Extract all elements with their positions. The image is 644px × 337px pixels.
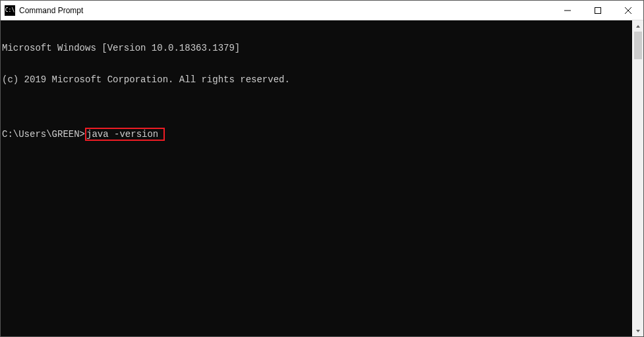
- minimize-button[interactable]: [552, 1, 583, 20]
- vertical-scrollbar[interactable]: [632, 20, 643, 336]
- scroll-up-button[interactable]: [633, 20, 643, 32]
- scroll-down-button[interactable]: [633, 325, 643, 336]
- titlebar-buttons: [552, 1, 643, 20]
- command-highlight: java -version: [85, 128, 165, 141]
- prompt-line: C:\Users\GREEN>java -version: [2, 128, 632, 141]
- command-prompt-window: C:\ Command Prompt Microsoft Windows [Ve…: [0, 0, 644, 337]
- maximize-icon: [595, 7, 601, 14]
- close-button[interactable]: [613, 1, 643, 20]
- titlebar[interactable]: C:\ Command Prompt: [1, 1, 643, 20]
- chevron-up-icon: [635, 24, 641, 29]
- window-title: Command Prompt: [19, 6, 83, 15]
- prompt-path: C:\Users\GREEN>: [2, 129, 85, 140]
- output-line: Microsoft Windows [Version 10.0.18363.13…: [2, 43, 632, 53]
- close-icon: [625, 7, 631, 14]
- scrollbar-track[interactable]: [633, 32, 643, 325]
- chevron-down-icon: [635, 328, 641, 334]
- scrollbar-thumb[interactable]: [634, 32, 642, 59]
- cmd-icon-glyph: C:\: [5, 8, 15, 13]
- svg-marker-5: [636, 330, 640, 332]
- svg-marker-4: [636, 25, 640, 28]
- terminal-output[interactable]: Microsoft Windows [Version 10.0.18363.13…: [1, 20, 632, 336]
- maximize-button[interactable]: [583, 1, 613, 20]
- typed-command: java -version: [86, 129, 158, 140]
- terminal-area: Microsoft Windows [Version 10.0.18363.13…: [1, 20, 643, 336]
- cmd-icon: C:\: [5, 5, 15, 16]
- svg-rect-1: [595, 7, 601, 13]
- minimize-icon: [564, 7, 571, 14]
- output-line: (c) 2019 Microsoft Corporation. All righ…: [2, 74, 632, 85]
